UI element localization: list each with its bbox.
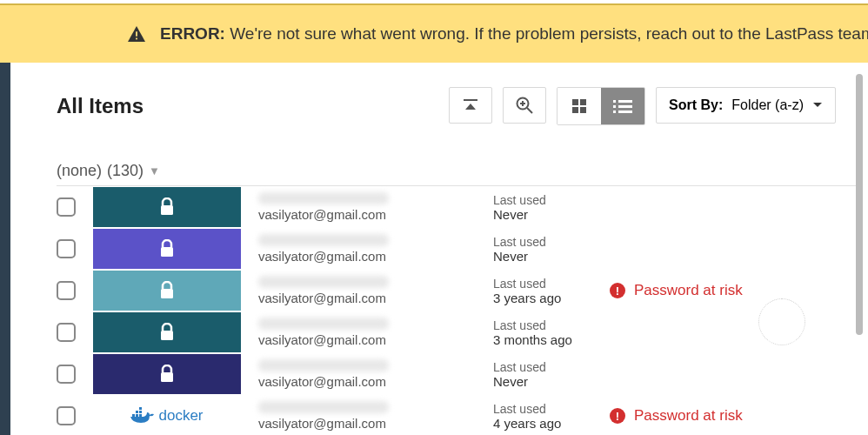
row-checkbox[interactable] xyxy=(57,197,76,217)
error-prefix: ERROR: xyxy=(160,24,225,43)
row-checkbox[interactable] xyxy=(57,281,76,300)
email: vasilyator@gmail.com xyxy=(258,416,493,431)
svg-rect-11 xyxy=(613,100,616,103)
svg-rect-13 xyxy=(613,105,616,108)
site-tile xyxy=(93,354,241,394)
site-name-redacted xyxy=(258,401,389,413)
svg-rect-16 xyxy=(618,110,632,113)
zoom-button[interactable] xyxy=(503,87,546,124)
list-item[interactable]: vasilyator@gmail.comLast usedNever xyxy=(57,186,858,228)
site-name-redacted xyxy=(258,359,389,371)
main-content: All Items Sort By: Folder (a-z) xyxy=(35,74,858,435)
site-tile xyxy=(93,187,241,227)
header: All Items Sort By: Folder (a-z) xyxy=(35,74,858,134)
page-title: All Items xyxy=(57,94,144,118)
svg-rect-26 xyxy=(139,411,142,413)
sort-value: Folder (a-z) xyxy=(731,97,804,113)
svg-rect-17 xyxy=(161,205,173,215)
left-nav-bar xyxy=(0,63,10,435)
svg-rect-23 xyxy=(136,414,138,417)
password-risk-alert: !Password at risk xyxy=(610,407,743,425)
alert-icon: ! xyxy=(610,408,625,424)
last-used-value: 3 months ago xyxy=(493,332,606,347)
site-name-redacted xyxy=(258,276,389,288)
svg-rect-18 xyxy=(161,247,173,257)
last-used-label: Last used xyxy=(493,235,606,249)
list-view-button[interactable] xyxy=(601,88,644,124)
site-tile xyxy=(93,229,241,269)
name-column: vasilyator@gmail.com xyxy=(258,192,493,222)
row-checkbox[interactable] xyxy=(57,239,76,258)
warning-icon xyxy=(127,25,146,43)
email: vasilyator@gmail.com xyxy=(258,374,493,389)
svg-rect-14 xyxy=(618,105,632,108)
last-used-label: Last used xyxy=(493,193,606,207)
svg-rect-15 xyxy=(613,110,616,113)
group-header[interactable]: (none) (130) ▼ xyxy=(57,162,858,180)
site-name-redacted xyxy=(258,234,389,246)
svg-rect-20 xyxy=(161,331,173,340)
svg-line-4 xyxy=(527,108,532,113)
svg-rect-25 xyxy=(136,411,138,413)
list-item[interactable]: vasilyator@gmail.comLast usedNever xyxy=(57,353,858,395)
svg-rect-22 xyxy=(132,414,135,417)
list-item[interactable]: vasilyator@gmail.comLast used3 months ag… xyxy=(57,311,858,353)
list-item[interactable]: vasilyator@gmail.comLast usedNever xyxy=(57,228,858,270)
svg-rect-7 xyxy=(572,99,578,105)
collapse-button[interactable] xyxy=(449,87,492,124)
name-column: vasilyator@gmail.com xyxy=(258,401,493,431)
name-column: vasilyator@gmail.com xyxy=(258,276,493,305)
last-used-label: Last used xyxy=(493,277,606,291)
email: vasilyator@gmail.com xyxy=(258,207,493,222)
svg-rect-0 xyxy=(136,31,137,36)
last-used-value: 3 years ago xyxy=(493,291,606,305)
svg-rect-10 xyxy=(580,107,586,113)
svg-rect-2 xyxy=(464,99,477,101)
grid-view-button[interactable] xyxy=(558,88,601,124)
row-checkbox[interactable] xyxy=(57,365,76,384)
sort-label: Sort By: xyxy=(669,97,723,113)
svg-rect-19 xyxy=(161,289,173,298)
last-used-column: Last usedNever xyxy=(493,235,606,264)
svg-rect-8 xyxy=(580,99,586,105)
last-used-value: 4 years ago xyxy=(493,416,606,431)
loading-indicator xyxy=(758,298,805,345)
row-checkbox[interactable] xyxy=(57,323,76,342)
svg-rect-12 xyxy=(618,100,632,103)
svg-rect-1 xyxy=(136,38,137,40)
svg-rect-21 xyxy=(161,372,173,382)
last-used-value: Never xyxy=(493,374,606,389)
last-used-column: Last used3 months ago xyxy=(493,318,606,347)
alert-icon: ! xyxy=(610,283,625,298)
name-column: vasilyator@gmail.com xyxy=(258,359,493,389)
list-item[interactable]: dockervasilyator@gmail.comLast used4 yea… xyxy=(57,395,858,435)
last-used-column: Last usedNever xyxy=(493,193,606,222)
site-name-redacted xyxy=(258,192,389,204)
last-used-label: Last used xyxy=(493,360,606,374)
scrollbar[interactable] xyxy=(856,74,863,335)
alert-text: Password at risk xyxy=(634,282,743,299)
last-used-column: Last usedNever xyxy=(493,360,606,389)
view-toggle xyxy=(557,87,645,125)
name-column: vasilyator@gmail.com xyxy=(258,234,493,264)
site-tile xyxy=(93,271,241,311)
email: vasilyator@gmail.com xyxy=(258,332,493,347)
controls: Sort By: Folder (a-z) xyxy=(449,87,836,125)
chevron-down-icon xyxy=(812,102,823,109)
svg-rect-9 xyxy=(572,107,578,113)
sort-dropdown[interactable]: Sort By: Folder (a-z) xyxy=(656,87,836,124)
error-banner: ERROR: We're not sure what went wrong. I… xyxy=(0,3,868,63)
password-risk-alert: !Password at risk xyxy=(610,282,743,299)
last-used-label: Last used xyxy=(493,402,606,416)
email: vasilyator@gmail.com xyxy=(258,291,493,305)
list-item[interactable]: vasilyator@gmail.comLast used3 years ago… xyxy=(57,270,858,311)
site-tile xyxy=(93,312,241,352)
row-checkbox[interactable] xyxy=(57,406,76,425)
last-used-value: Never xyxy=(493,207,606,222)
last-used-value: Never xyxy=(493,249,606,264)
site-name-redacted xyxy=(258,318,389,330)
name-column: vasilyator@gmail.com xyxy=(258,318,493,347)
item-list: vasilyator@gmail.comLast usedNevervasily… xyxy=(57,186,858,435)
last-used-label: Last used xyxy=(493,318,606,332)
error-message: We're not sure what went wrong. If the p… xyxy=(230,24,868,43)
